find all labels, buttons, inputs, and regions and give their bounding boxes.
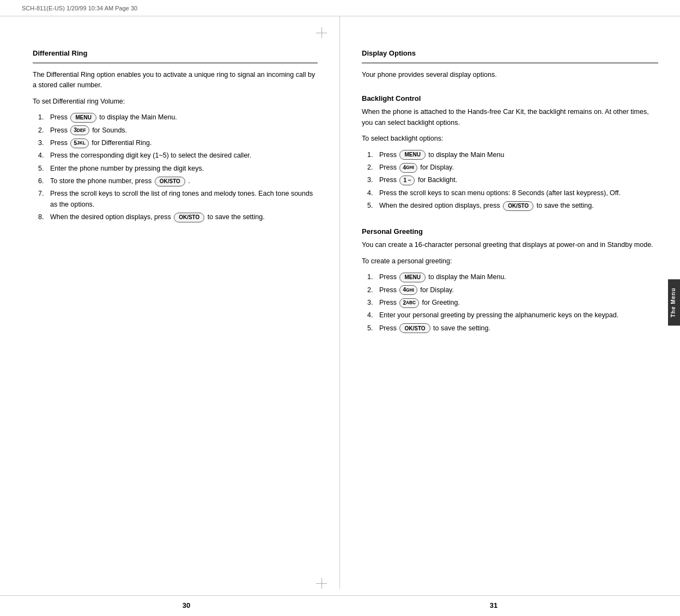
step-content: To store the phone number, press OK/STO … (50, 176, 318, 186)
list-item: 4. Enter your personal greeting by press… (367, 310, 658, 321)
right-column: Display Options Your phone provides seve… (340, 16, 680, 589)
list-item: 2. Press 4GHI for Display. (367, 285, 658, 295)
right-section-title: Display Options (362, 49, 658, 57)
list-item: 5. When the desired option displays, pre… (367, 201, 658, 211)
list-item: 5. Press OK/STO to save the setting. (367, 323, 658, 334)
1dash-key: 1 – (399, 176, 415, 185)
left-divider (33, 63, 318, 63)
backlight-steps-list: 1. Press MENU to display the Main Menu 2… (367, 150, 658, 214)
menu-key: MENU (399, 273, 425, 282)
step-content: When the desired option displays, press … (379, 201, 658, 211)
left-intro: The Differential Ring option enables you… (33, 70, 318, 91)
step-content: Press 5JKL for Differential Ring. (50, 138, 318, 148)
page-number-right: 31 (340, 595, 680, 609)
step-number: 5. (38, 164, 50, 174)
step-content: Press the scroll keys to scan menu optio… (379, 188, 658, 198)
content-area: Differential Ring The Differential Ring … (0, 16, 680, 589)
oksto-key: OK/STO (503, 201, 533, 211)
menu-key: MENU (399, 150, 425, 160)
step-content: Press OK/STO to save the setting. (379, 323, 658, 334)
step-number: 3. (367, 175, 379, 185)
list-item: 6. To store the phone number, press OK/S… (38, 176, 318, 186)
step-number: 4. (367, 188, 379, 198)
step-number: 2. (367, 162, 379, 173)
step-number: 3. (367, 298, 379, 308)
step-number: 4. (367, 310, 379, 321)
list-item: 4. Press the scroll keys to scan menu op… (367, 188, 658, 198)
step-number: 5. (367, 201, 379, 211)
greeting-title: Personal Greeting (362, 227, 658, 235)
backlight-set-label: To select backlight options: (362, 134, 658, 144)
greeting-set-label: To create a personal greeting: (362, 256, 658, 267)
4ghi-key: 4GHI (399, 163, 417, 173)
step-content: Press 1 – for Backlight. (379, 175, 658, 185)
step-content: Press 4GHI for Display. (379, 162, 658, 173)
step-number: 3. (38, 138, 50, 148)
list-item: 2. Press 3DEF for Sounds. (38, 125, 318, 136)
left-steps-list: 1. Press MENU to display the Main Menu. … (38, 112, 318, 222)
step-number: 2. (367, 285, 379, 295)
list-item: 3. Press 1 – for Backlight. (367, 175, 658, 185)
list-item: 1. Press MENU to display the Main Menu. (367, 272, 658, 282)
step-number: 1. (38, 112, 50, 123)
list-item: 2. Press 4GHI for Display. (367, 162, 658, 173)
step-content: Press MENU to display the Main Menu. (50, 112, 318, 123)
step-content: Press MENU to display the Main Menu. (379, 272, 658, 282)
step-content: Press 2ABC for Greeting. (379, 298, 658, 308)
step-content: Press MENU to display the Main Menu (379, 150, 658, 160)
list-item: 3. Press 2ABC for Greeting. (367, 298, 658, 308)
page-number-left: 30 (0, 595, 340, 609)
menu-key: MENU (70, 113, 96, 123)
side-tab: The Menu (668, 280, 680, 326)
left-column: Differential Ring The Differential Ring … (0, 16, 340, 589)
5jkl-key: 5JKL (70, 138, 88, 148)
step-content: Enter your personal greeting by pressing… (379, 310, 658, 321)
oksto-key: OK/STO (155, 177, 185, 186)
bottom-bar: 30 31 (0, 589, 680, 616)
list-item: 1. Press MENU to display the Main Menu. (38, 112, 318, 123)
step-number: 7. (38, 189, 50, 210)
step-number: 2. (38, 125, 50, 136)
step-content: Press 3DEF for Sounds. (50, 125, 318, 136)
4ghi-key: 4GHI (399, 285, 417, 295)
page-header: SCH-811(E-US) 1/20/99 10:34 AM Page 30 (0, 0, 680, 16)
3def-key: 3DEF (70, 125, 89, 135)
oksto-key: OK/STO (174, 213, 204, 222)
step-number: 6. (38, 176, 50, 186)
step-content: Press the corresponding digit key (1~5) … (50, 150, 318, 161)
step-number: 5. (367, 323, 379, 334)
list-item: 5. Enter the phone number by pressing th… (38, 164, 318, 174)
step-content: Press the scroll keys to scroll the list… (50, 189, 318, 210)
step-number: 4. (38, 150, 50, 161)
left-set-label: To set Differential ring Volume: (33, 96, 318, 107)
header-text: SCH-811(E-US) 1/20/99 10:34 AM Page 30 (22, 5, 137, 11)
list-item: 3. Press 5JKL for Differential Ring. (38, 138, 318, 148)
list-item: 4. Press the corresponding digit key (1~… (38, 150, 318, 161)
greeting-intro: You can create a 16-character personal g… (362, 240, 658, 250)
greeting-steps-list: 1. Press MENU to display the Main Menu. … (367, 272, 658, 336)
page-wrapper: SCH-811(E-US) 1/20/99 10:34 AM Page 30 D… (0, 0, 680, 616)
list-item: 8. When the desired option displays, pre… (38, 212, 318, 222)
step-number: 8. (38, 212, 50, 222)
backlight-title: Backlight Control (362, 94, 658, 102)
right-intro: Your phone provides several display opti… (362, 70, 658, 80)
step-number: 1. (367, 272, 379, 282)
step-content: When the desired option displays, press … (50, 212, 318, 222)
list-item: 1. Press MENU to display the Main Menu (367, 150, 658, 160)
oksto-key: OK/STO (399, 323, 430, 333)
backlight-intro: When the phone is attached to the Hands-… (362, 107, 658, 128)
list-item: 7. Press the scroll keys to scroll the l… (38, 189, 318, 210)
right-divider (362, 63, 658, 63)
step-number: 1. (367, 150, 379, 160)
2abc-key: 2ABC (399, 298, 419, 308)
step-content: Enter the phone number by pressing the d… (50, 164, 318, 174)
left-section-title: Differential Ring (33, 49, 318, 57)
step-content: Press 4GHI for Display. (379, 285, 658, 295)
